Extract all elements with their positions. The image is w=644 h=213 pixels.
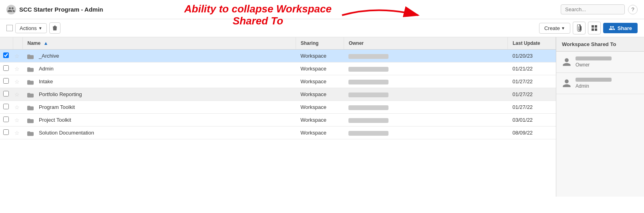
- row-checkbox[interactable]: [3, 65, 9, 71]
- row-checkbox-cell: [0, 101, 13, 114]
- main-layout: Name ▲ Sharing Owner Last Update ☆: [0, 37, 644, 197]
- shared-user-item: Owner: [556, 52, 644, 73]
- row-checkbox-cell: [0, 50, 13, 62]
- table-row[interactable]: ☆ Program Toolkit Workspace 01/27/22: [0, 101, 556, 114]
- app-title: SCC Starter Program - Admin: [19, 6, 103, 13]
- star-icon[interactable]: ☆: [14, 53, 20, 59]
- row-owner: [344, 75, 507, 88]
- row-name: Portfolio Reporting: [39, 91, 82, 97]
- table-row[interactable]: ☆ Intake Workspace 01/27/22: [0, 75, 556, 88]
- shared-user-item: Admin: [556, 73, 644, 94]
- right-panel: Workspace Shared To Owner Admin: [556, 37, 644, 197]
- row-owner: [344, 50, 507, 62]
- row-sharing: Workspace: [296, 88, 344, 101]
- row-owner: [344, 62, 507, 75]
- row-star-cell: ☆: [13, 101, 22, 114]
- svg-rect-3: [592, 28, 594, 31]
- col-owner[interactable]: Owner: [344, 37, 507, 50]
- row-sharing: Workspace: [296, 62, 344, 75]
- top-bar-left: SCC Starter Program - Admin: [6, 5, 103, 14]
- star-icon[interactable]: ☆: [14, 78, 20, 85]
- top-bar-right: ?: [561, 4, 638, 14]
- grid-button[interactable]: [588, 22, 601, 34]
- row-sharing: Workspace: [296, 127, 344, 139]
- row-last-update: 01/27/22: [508, 75, 556, 88]
- user-avatar-icon: [562, 78, 572, 88]
- table-row[interactable]: ☆ Solution Documentation Workspace 08/09…: [0, 127, 556, 139]
- row-last-update: 01/21/22: [508, 62, 556, 75]
- row-star-cell: ☆: [13, 75, 22, 88]
- row-checkbox[interactable]: [3, 117, 9, 122]
- row-owner: [344, 101, 507, 114]
- row-name: Intake: [39, 78, 53, 84]
- help-button[interactable]: ?: [628, 5, 638, 14]
- row-checkbox-cell: [0, 62, 13, 75]
- row-name: Solution Documentation: [39, 130, 94, 136]
- row-name: Project Toolkit: [39, 117, 71, 123]
- row-last-update: 03/01/22: [508, 114, 556, 127]
- search-input[interactable]: [561, 4, 625, 14]
- table-row[interactable]: ☆ Portfolio Reporting Workspace 01/27/22: [0, 88, 556, 101]
- shared-user-role: Admin: [576, 83, 612, 89]
- col-name[interactable]: Name ▲: [22, 37, 296, 50]
- sort-icon: ▲: [44, 40, 48, 46]
- shared-user-name-blurred: [576, 56, 612, 60]
- top-bar: SCC Starter Program - Admin ?: [0, 0, 644, 19]
- row-name-cell[interactable]: Program Toolkit: [22, 101, 296, 114]
- row-checkbox[interactable]: [3, 91, 9, 96]
- toolbar: Actions ▼ Create ▼ Share: [0, 19, 644, 37]
- row-checkbox-cell: [0, 75, 13, 88]
- row-name-cell[interactable]: Admin: [22, 62, 296, 75]
- row-name-cell[interactable]: Portfolio Reporting: [22, 88, 296, 101]
- row-owner: [344, 88, 507, 101]
- star-icon[interactable]: ☆: [14, 91, 20, 98]
- col-sharing[interactable]: Sharing: [296, 37, 344, 50]
- row-star-cell: ☆: [13, 50, 22, 62]
- row-last-update: 01/27/22: [508, 101, 556, 114]
- star-icon[interactable]: ☆: [14, 117, 20, 123]
- row-name-cell[interactable]: Project Toolkit: [22, 114, 296, 127]
- row-last-update: 01/20/23: [508, 50, 556, 62]
- caret-icon: ▼: [38, 26, 42, 30]
- row-name-cell[interactable]: Solution Documentation: [22, 127, 296, 139]
- table-row[interactable]: ☆ _Archive Workspace 01/20/23: [0, 50, 556, 62]
- share-button[interactable]: Share: [603, 23, 638, 33]
- star-icon[interactable]: ☆: [14, 130, 20, 136]
- select-all-checkbox[interactable]: [6, 25, 13, 31]
- row-sharing: Workspace: [296, 101, 344, 114]
- toolbar-left: Actions ▼: [6, 22, 60, 34]
- svg-rect-2: [595, 25, 597, 28]
- folder-icon: [27, 52, 37, 59]
- row-checkbox[interactable]: [3, 78, 9, 84]
- row-last-update: 08/09/22: [508, 127, 556, 139]
- star-icon[interactable]: ☆: [14, 104, 20, 111]
- row-sharing: Workspace: [296, 50, 344, 62]
- create-button[interactable]: Create ▼: [539, 23, 570, 34]
- row-checkbox[interactable]: [3, 129, 9, 135]
- folder-icon: [27, 91, 37, 97]
- actions-button[interactable]: Actions ▼: [15, 23, 47, 33]
- shared-user-name-blurred: [576, 78, 612, 82]
- row-name: Program Toolkit: [39, 104, 75, 110]
- svg-rect-4: [595, 28, 597, 31]
- table-row[interactable]: ☆ Admin Workspace 01/21/22: [0, 62, 556, 75]
- row-name-cell[interactable]: _Archive: [22, 50, 296, 62]
- folder-icon: [27, 65, 37, 72]
- star-icon[interactable]: ☆: [14, 66, 20, 72]
- row-checkbox[interactable]: [3, 104, 9, 109]
- row-star-cell: ☆: [13, 114, 22, 127]
- table-area: Name ▲ Sharing Owner Last Update ☆: [0, 37, 556, 197]
- row-owner: [344, 127, 507, 139]
- delete-button[interactable]: [49, 22, 60, 34]
- col-checkbox: [0, 37, 13, 50]
- row-checkbox-cell: [0, 88, 13, 101]
- row-owner: [344, 114, 507, 127]
- table-row[interactable]: ☆ Project Toolkit Workspace 03/01/22: [0, 114, 556, 127]
- row-checkbox-cell: [0, 114, 13, 127]
- row-star-cell: ☆: [13, 127, 22, 139]
- row-name-cell[interactable]: Intake: [22, 75, 296, 88]
- col-last-update[interactable]: Last Update: [508, 37, 556, 50]
- paperclip-button[interactable]: [573, 22, 586, 34]
- col-star: [13, 37, 22, 50]
- row-checkbox[interactable]: [3, 52, 9, 58]
